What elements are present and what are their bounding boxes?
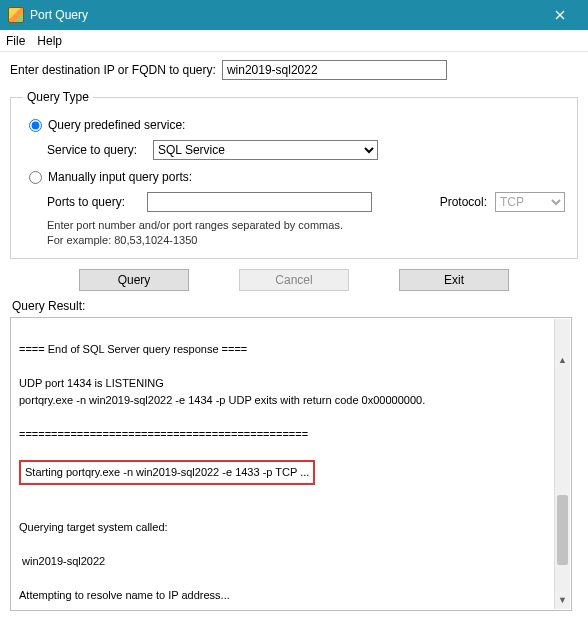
out-query-target: Querying target system called: [19, 521, 168, 533]
service-label: Service to query: [47, 143, 147, 157]
close-icon [555, 10, 565, 20]
out-sep: ========================================… [19, 428, 308, 440]
scroll-track[interactable] [555, 335, 570, 593]
out-udp: UDP port 1434 is LISTENING [19, 377, 164, 389]
radio-manual[interactable] [29, 171, 42, 184]
query-type-legend: Query Type [23, 90, 93, 104]
out-end-header: ==== End of SQL Server query response ==… [19, 343, 247, 355]
window-title: Port Query [30, 8, 88, 22]
radio-predefined-label: Query predefined service: [48, 118, 185, 132]
radio-manual-label: Manually input query ports: [48, 170, 192, 184]
scroll-thumb[interactable] [557, 495, 568, 565]
destination-label: Enter destination IP or FQDN to query: [10, 63, 216, 77]
scroll-down-icon[interactable]: ▼ [555, 593, 570, 609]
scrollbar[interactable]: ▲ ▼ [554, 319, 570, 609]
out-target: win2019-sql2022 [19, 555, 105, 567]
result-label: Query Result: [12, 299, 578, 313]
cancel-button[interactable]: Cancel [239, 269, 349, 291]
menu-help[interactable]: Help [37, 34, 62, 48]
out-start-tcp: Starting portqry.exe -n win2019-sql2022 … [19, 460, 315, 485]
protocol-label: Protocol: [440, 195, 487, 209]
exit-button[interactable]: Exit [399, 269, 509, 291]
app-icon [8, 7, 24, 23]
query-type-group: Query Type Query predefined service: Ser… [10, 90, 578, 259]
out-udp-exec: portqry.exe -n win2019-sql2022 -e 1434 -… [19, 394, 425, 406]
protocol-select[interactable]: TCP [495, 192, 565, 212]
ports-label: Ports to query: [47, 195, 139, 209]
close-button[interactable] [540, 0, 580, 30]
titlebar: Port Query [0, 0, 588, 30]
ports-input[interactable] [147, 192, 372, 212]
ports-hint-1: Enter port number and/or port ranges sep… [47, 218, 565, 233]
menu-file[interactable]: File [6, 34, 25, 48]
query-button[interactable]: Query [79, 269, 189, 291]
menubar: File Help [0, 30, 588, 52]
ports-hint-2: For example: 80,53,1024-1350 [47, 233, 565, 248]
destination-input[interactable] [222, 60, 447, 80]
service-select[interactable]: SQL Service [153, 140, 378, 160]
result-output: ==== End of SQL Server query response ==… [10, 317, 572, 611]
radio-predefined[interactable] [29, 119, 42, 132]
out-resolve: Attempting to resolve name to IP address… [19, 589, 230, 601]
